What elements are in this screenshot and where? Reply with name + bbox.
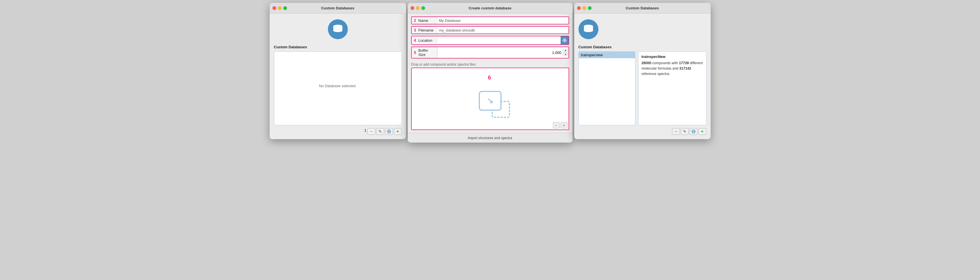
buffer-label: 5 Buffer Size — [412, 47, 437, 58]
spin-up-btn[interactable]: ▲ — [563, 49, 569, 52]
left-toolbar: 1 − ✎ + — [364, 128, 402, 135]
left-traffic-lights — [272, 6, 287, 10]
left-step-label: 1 — [364, 128, 366, 135]
spinner-buttons: ▲ ▼ — [563, 49, 569, 57]
drop-icon-main: ↘ — [479, 91, 501, 111]
left-globe-btn[interactable] — [385, 128, 393, 135]
left-close-btn[interactable] — [272, 6, 276, 10]
folder-icon — [562, 38, 567, 43]
import-label: Import structures and spectra — [468, 136, 512, 140]
detail-text: 28000 compounds with 17739 different mol… — [641, 60, 703, 76]
left-body: Custom Databases No Database selected. 1… — [270, 14, 406, 139]
filename-input[interactable] — [437, 27, 569, 33]
center-close-btn[interactable] — [410, 6, 414, 10]
right-body: Custom Databases trainspecnew trainspecN… — [574, 14, 711, 139]
drop-minus-btn[interactable]: − — [553, 122, 560, 128]
center-form-body: 2 Name 3 Filename 4 Location — [408, 14, 573, 133]
center-titlebar: Create custom database — [408, 3, 573, 14]
right-title: Custom Databases — [626, 6, 659, 10]
drop-zone-toolbar: − + — [552, 121, 569, 129]
buffer-step: 5 — [414, 50, 416, 55]
globe-icon — [387, 129, 391, 134]
left-remove-btn[interactable]: − — [368, 128, 375, 135]
location-input[interactable] — [437, 37, 561, 44]
svg-point-7 — [584, 25, 593, 27]
center-window: Create custom database 2 Name 3 Filename… — [408, 3, 573, 143]
database-icon — [332, 24, 344, 35]
detail-panel: trainspecNew 28000 compounds with 17739 … — [638, 51, 706, 125]
right-minimize-btn[interactable] — [582, 6, 586, 10]
right-close-btn[interactable] — [577, 6, 581, 10]
center-traffic-lights — [410, 6, 425, 10]
right-window: Custom Databases Custom Databases trains… — [574, 3, 711, 139]
right-fullscreen-btn[interactable] — [588, 6, 592, 10]
detail-spectra: 317142 — [679, 67, 691, 70]
spin-down-btn[interactable]: ▼ — [563, 52, 569, 57]
detail-name: trainspecNew — [641, 54, 703, 59]
right-db-icon — [579, 19, 598, 39]
name-row: 2 Name — [411, 16, 569, 24]
location-step: 4 — [414, 38, 416, 43]
right-section-label: Custom Databases — [579, 45, 612, 49]
name-label: 2 Name — [412, 17, 437, 24]
right-traffic-lights — [577, 6, 592, 10]
drop-zone-label: Drop or add compound and/or spectra file… — [411, 62, 569, 67]
center-fullscreen-btn[interactable] — [422, 6, 425, 10]
filename-row: 3 Filename — [411, 26, 569, 34]
left-list-box: No Database selected. — [274, 51, 402, 125]
drop-zone[interactable]: 6 ↘ − + — [411, 68, 569, 130]
right-globe-btn[interactable] — [690, 128, 698, 135]
left-title: Custom Databases — [321, 6, 354, 10]
drop-plus-btn[interactable]: + — [561, 122, 568, 128]
right-add-btn[interactable]: + — [698, 128, 706, 135]
buffer-input[interactable] — [438, 49, 563, 56]
drop-arrow-icon: ↘ — [487, 96, 493, 105]
left-section-label: Custom Databases — [274, 45, 307, 49]
right-remove-btn[interactable]: − — [672, 128, 680, 135]
location-row: 4 Location — [411, 36, 569, 45]
center-bottom-bar: Import structures and spectra — [408, 133, 573, 143]
center-title: Create custom database — [469, 6, 511, 10]
drop-icon-wrap: ↘ — [473, 87, 507, 115]
right-toolbar: − ✎ + — [672, 128, 706, 135]
filename-step: 3 — [414, 28, 416, 32]
name-step: 2 — [414, 18, 416, 23]
center-minimize-btn[interactable] — [416, 6, 420, 10]
database-icon-right — [583, 24, 594, 35]
left-window: Custom Databases Custom Databases No Dat… — [270, 3, 406, 139]
drop-step: 6 — [488, 75, 491, 81]
detail-compounds: 28000 — [641, 61, 651, 65]
right-list-box: trainspecnew — [579, 51, 636, 125]
buffer-size-row: 5 Buffer Size ▲ ▼ — [411, 46, 569, 59]
location-browse-btn[interactable] — [561, 37, 569, 44]
left-add-btn[interactable]: + — [394, 128, 402, 135]
svg-point-0 — [333, 25, 342, 27]
left-db-icon — [328, 19, 348, 39]
left-fullscreen-btn[interactable] — [283, 6, 287, 10]
right-list-item[interactable]: trainspecnew — [579, 52, 635, 58]
buffer-spinner: ▲ ▼ — [437, 49, 569, 57]
right-edit-btn[interactable]: ✎ — [681, 128, 689, 135]
drop-zone-inner: 6 ↘ — [412, 68, 569, 121]
filename-label: 3 Filename — [412, 27, 437, 33]
detail-formulas: 17739 — [679, 61, 689, 65]
right-list-and-detail: trainspecnew trainspecNew 28000 compound… — [579, 51, 706, 125]
left-minimize-btn[interactable] — [278, 6, 282, 10]
left-empty-text: No Database selected. — [274, 52, 401, 120]
left-edit-btn[interactable]: ✎ — [376, 128, 384, 135]
globe-icon-right — [692, 129, 695, 134]
name-input[interactable] — [437, 18, 569, 24]
left-titlebar: Custom Databases — [270, 3, 406, 14]
location-label: 4 Location — [412, 37, 437, 44]
right-titlebar: Custom Databases — [574, 3, 711, 14]
